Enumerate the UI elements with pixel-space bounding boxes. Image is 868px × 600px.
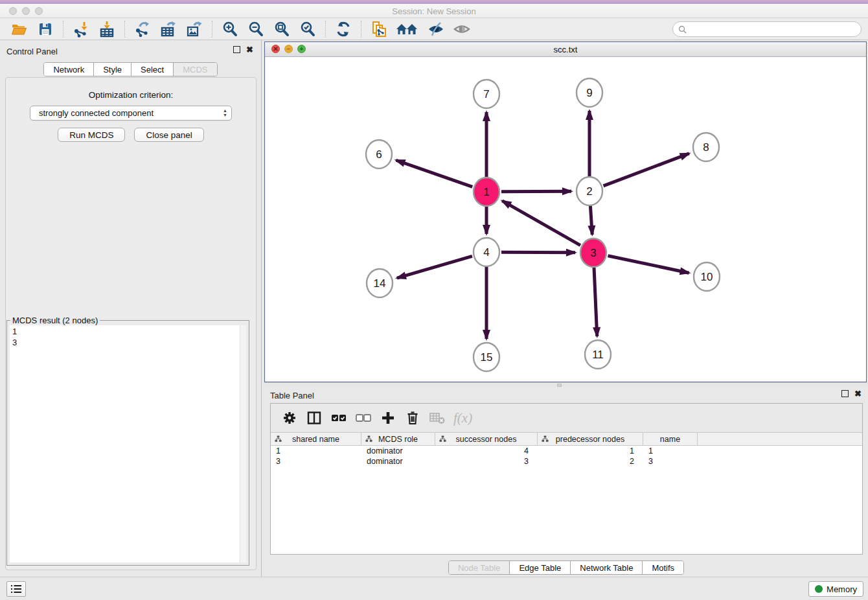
- edge-2-3[interactable]: [590, 206, 592, 235]
- delete-trash-icon[interactable]: [402, 408, 424, 428]
- memory-label: Memory: [827, 584, 857, 594]
- optimization-criterion-label: Optimization criterion:: [6, 90, 256, 100]
- tab-mcds[interactable]: MCDS: [174, 63, 216, 76]
- tab-edge-table[interactable]: Edge Table: [510, 561, 571, 574]
- edge-1-2[interactable]: [501, 191, 571, 192]
- column-header-successor-nodes[interactable]: successor nodes: [435, 433, 538, 445]
- table-row[interactable]: 3dominator323: [271, 456, 862, 467]
- tab-node-table[interactable]: Node Table: [449, 561, 510, 574]
- home-icon[interactable]: [395, 20, 420, 38]
- cell-successor-nodes[interactable]: 4: [435, 446, 538, 456]
- toolbar-separator: [361, 21, 361, 38]
- svg-text:10: 10: [701, 271, 713, 283]
- svg-text:3: 3: [590, 247, 596, 259]
- edge-3-1[interactable]: [502, 201, 580, 246]
- float-table-panel-icon[interactable]: [841, 390, 849, 397]
- split-view-icon[interactable]: [303, 408, 325, 428]
- column-header-predecessor-nodes[interactable]: predecessor nodes: [538, 433, 643, 445]
- cell-shared-name[interactable]: 1: [271, 446, 361, 456]
- zoom-selected-icon[interactable]: [298, 20, 317, 38]
- node-table: f(x) shared nameMCDS rolesuccessor nodes…: [270, 403, 863, 555]
- node-7[interactable]: 7: [474, 80, 499, 108]
- export-table-icon[interactable]: [159, 20, 178, 38]
- node-9[interactable]: 9: [577, 78, 602, 107]
- edge-1-6[interactable]: [396, 160, 472, 187]
- save-icon[interactable]: [36, 20, 55, 38]
- export-image-icon[interactable]: [185, 20, 204, 38]
- memory-button[interactable]: Memory: [808, 581, 863, 597]
- tab-style[interactable]: Style: [94, 63, 131, 76]
- edge-3-11[interactable]: [594, 268, 597, 336]
- copy-network-icon[interactable]: [369, 20, 389, 38]
- close-panel-icon[interactable]: ✖: [246, 46, 253, 53]
- cell-predecessor-nodes[interactable]: 1: [538, 446, 643, 456]
- table-panel: Table Panel ✖: [264, 387, 868, 577]
- zoom-in-icon[interactable]: [220, 20, 240, 38]
- status-bar: Memory: [0, 577, 868, 600]
- mcds-result-scrollbar[interactable]: [240, 325, 246, 562]
- network-window-titlebar[interactable]: ✕ − + scc.txt: [265, 42, 866, 57]
- node-2[interactable]: 2: [577, 177, 602, 205]
- mcds-result-text[interactable]: 1 3: [10, 325, 240, 562]
- dropdown-stepper-icon: ▲▼: [223, 109, 227, 117]
- task-history-button[interactable]: [6, 581, 26, 597]
- export-network-icon[interactable]: [133, 20, 152, 38]
- import-table-icon[interactable]: [97, 20, 117, 38]
- import-network-icon[interactable]: [71, 20, 91, 38]
- edge-3-10[interactable]: [608, 256, 689, 273]
- zoom-out-icon[interactable]: [246, 20, 266, 38]
- zoom-fit-icon[interactable]: [272, 20, 291, 38]
- tab-select[interactable]: Select: [131, 63, 174, 76]
- node-14[interactable]: 14: [367, 269, 393, 297]
- tab-network-table[interactable]: Network Table: [571, 561, 643, 574]
- optimization-criterion-select[interactable]: strongly connected component ▲▼: [30, 106, 232, 121]
- table-row[interactable]: 1dominator411: [271, 446, 862, 456]
- column-header-shared-name[interactable]: shared name: [271, 433, 361, 445]
- folder-open-icon[interactable]: [10, 20, 29, 38]
- settings-gear-icon[interactable]: [279, 408, 301, 428]
- close-table-panel-icon[interactable]: ✖: [854, 390, 862, 397]
- select-all-checked-icon[interactable]: [328, 408, 350, 428]
- edge-4-3[interactable]: [501, 252, 575, 253]
- add-column-plus-icon[interactable]: [377, 408, 399, 428]
- cell-successor-nodes[interactable]: 3: [435, 456, 538, 467]
- node-15[interactable]: 15: [474, 343, 499, 371]
- network-canvas[interactable]: 1234678910111415: [265, 57, 866, 382]
- select-none-unchecked-icon[interactable]: [352, 408, 374, 428]
- edge-4-14[interactable]: [397, 256, 472, 278]
- table-panel-title: Table Panel: [270, 391, 314, 400]
- float-panel-icon[interactable]: [233, 46, 240, 53]
- column-header-MCDS-role[interactable]: MCDS role: [361, 433, 435, 445]
- run-mcds-button[interactable]: Run MCDS: [58, 128, 125, 142]
- node-10[interactable]: 10: [694, 262, 720, 291]
- control-panel-title: Control Panel: [6, 47, 58, 56]
- svg-text:9: 9: [586, 87, 592, 99]
- split-divider-horizontal[interactable]: [264, 382, 868, 387]
- table-header-row: shared nameMCDS rolesuccessor nodesprede…: [271, 433, 862, 446]
- table-rows: 1dominator4113dominator323: [271, 446, 862, 467]
- refresh-icon[interactable]: [334, 20, 353, 38]
- hide-eye-icon[interactable]: [426, 20, 446, 38]
- cell-MCDS-role[interactable]: dominator: [361, 456, 435, 467]
- node-4[interactable]: 4: [474, 238, 499, 266]
- node-11[interactable]: 11: [585, 340, 611, 369]
- node-3[interactable]: 3: [580, 238, 606, 267]
- svg-text:6: 6: [376, 148, 382, 161]
- cell-predecessor-nodes[interactable]: 2: [538, 456, 643, 467]
- tab-motifs[interactable]: Motifs: [643, 561, 683, 574]
- edge-2-8[interactable]: [604, 154, 689, 186]
- search-input[interactable]: [672, 21, 862, 37]
- node-1[interactable]: 1: [474, 178, 499, 206]
- node-6[interactable]: 6: [366, 140, 392, 168]
- close-panel-button[interactable]: Close panel: [134, 128, 203, 142]
- network-window-title: scc.txt: [265, 45, 866, 54]
- cell-name[interactable]: 1: [643, 446, 698, 456]
- tab-network[interactable]: Network: [44, 63, 94, 76]
- column-header-name[interactable]: name: [643, 433, 698, 445]
- show-eye-icon[interactable]: [452, 20, 472, 38]
- node-8[interactable]: 8: [693, 133, 719, 161]
- cell-MCDS-role[interactable]: dominator: [361, 446, 435, 456]
- cell-name[interactable]: 3: [643, 456, 698, 467]
- table-panel-tabbar: Node TableEdge TableNetwork TableMotifs: [264, 560, 868, 575]
- cell-shared-name[interactable]: 3: [271, 456, 361, 467]
